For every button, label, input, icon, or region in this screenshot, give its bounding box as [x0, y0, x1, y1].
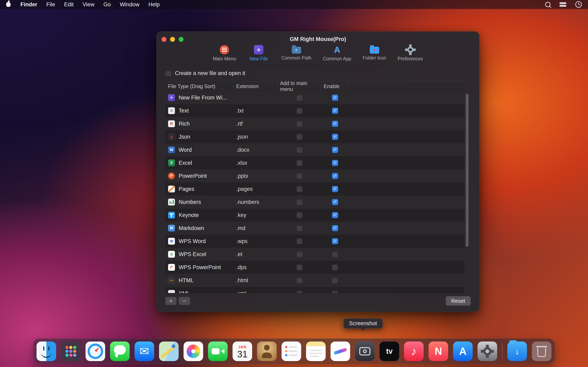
add-to-main-menu-checkbox[interactable]: [296, 225, 303, 231]
add-to-main-menu-checkbox[interactable]: [296, 290, 303, 293]
table-row[interactable]: Json .json: [165, 130, 465, 143]
extension-value: .pages: [234, 186, 278, 192]
add-file-type-button[interactable]: +: [165, 297, 177, 305]
table-row[interactable]: Rich .rtf: [165, 117, 465, 130]
table-row[interactable]: Numbers .numbers: [165, 196, 465, 209]
column-header-file-type[interactable]: File Type (Drag Sort): [165, 82, 234, 91]
notes-dock-icon[interactable]: [306, 342, 326, 361]
enable-checkbox[interactable]: [332, 134, 338, 140]
extension-value: .json: [234, 134, 278, 140]
system-settings-dock-icon[interactable]: [477, 342, 497, 361]
safari-dock-icon[interactable]: [86, 342, 105, 361]
column-header-enable[interactable]: Enable: [321, 82, 349, 91]
enable-checkbox[interactable]: [332, 290, 338, 293]
reset-button[interactable]: Reset: [446, 296, 471, 306]
enable-checkbox[interactable]: [332, 186, 338, 192]
add-to-main-menu-checkbox[interactable]: [296, 160, 303, 166]
apple-tv-dock-icon[interactable]: tv: [380, 342, 399, 361]
add-to-main-menu-checkbox[interactable]: [296, 95, 303, 101]
enable-checkbox[interactable]: [332, 277, 338, 284]
tab-new-file[interactable]: New File: [247, 43, 270, 62]
window-titlebar: GM Right Mouse(Pro): [156, 32, 479, 43]
tab-common-path[interactable]: Common Path: [281, 43, 311, 61]
calendar-dock-icon[interactable]: JAN 31: [233, 342, 252, 361]
launchpad-dock-icon[interactable]: [61, 342, 81, 361]
table-row[interactable]: Markdown .md: [165, 222, 465, 235]
table-row[interactable]: WPS PowerPoint .dps: [165, 261, 465, 274]
menubar-item[interactable]: Window: [120, 1, 139, 8]
tab-common-app[interactable]: Common App: [323, 43, 351, 62]
screenshot-dock-icon[interactable]: [355, 342, 375, 361]
spotlight-search-icon[interactable]: [545, 2, 550, 7]
enable-checkbox[interactable]: [332, 147, 338, 153]
finder-dock-icon[interactable]: [36, 342, 56, 361]
add-to-main-menu-checkbox[interactable]: [296, 251, 303, 257]
enable-checkbox[interactable]: [332, 251, 338, 257]
add-to-main-menu-checkbox[interactable]: [296, 199, 303, 205]
messages-dock-icon[interactable]: [110, 342, 130, 361]
freeform-dock-icon[interactable]: [330, 342, 350, 361]
menubar-item[interactable]: Go: [104, 1, 111, 8]
create-new-file-row[interactable]: Create a new file and open it: [165, 70, 245, 76]
maps-dock-icon[interactable]: [159, 342, 179, 361]
add-to-main-menu-checkbox[interactable]: [296, 173, 303, 179]
table-row[interactable]: Text .txt: [165, 104, 465, 117]
apple-menu-icon[interactable]: [6, 2, 11, 7]
mail-dock-icon[interactable]: ✉: [135, 342, 154, 361]
music-dock-icon[interactable]: ♪: [404, 342, 424, 361]
trash-dock-icon[interactable]: [532, 342, 552, 361]
add-to-main-menu-checkbox[interactable]: [296, 108, 303, 114]
menubar-item[interactable]: Edit: [64, 1, 74, 8]
table-row[interactable]: Keynote .key: [165, 209, 465, 222]
table-row[interactable]: Word .docx: [165, 143, 465, 156]
add-to-main-menu-checkbox[interactable]: [296, 134, 303, 140]
menubar-item[interactable]: File: [46, 1, 55, 8]
app-store-dock-icon[interactable]: A: [453, 342, 473, 361]
enable-checkbox[interactable]: [332, 121, 338, 127]
add-to-main-menu-checkbox[interactable]: [296, 147, 303, 153]
enable-checkbox[interactable]: [332, 238, 338, 244]
column-header-extension[interactable]: Extension: [234, 82, 278, 91]
enable-checkbox[interactable]: [332, 173, 338, 179]
table-row[interactable]: Excel .xlsx: [165, 156, 465, 169]
add-to-main-menu-checkbox[interactable]: [296, 277, 303, 284]
enable-checkbox[interactable]: [332, 108, 338, 114]
table-row[interactable]: New File From Wi...: [165, 91, 465, 104]
table-row[interactable]: WPS Word .wps: [165, 235, 465, 248]
reminders-dock-icon[interactable]: [282, 342, 301, 361]
menubar-item[interactable]: Help: [148, 1, 160, 8]
table-row[interactable]: XML .xml: [165, 287, 465, 293]
enable-checkbox[interactable]: [332, 225, 338, 231]
remove-file-type-button[interactable]: −: [179, 297, 190, 305]
enable-checkbox[interactable]: [332, 160, 338, 166]
clock-status-icon[interactable]: [575, 1, 582, 8]
enable-checkbox[interactable]: [332, 95, 338, 101]
photos-dock-icon[interactable]: [183, 342, 203, 361]
enable-checkbox[interactable]: [332, 199, 338, 205]
tab-folder-icon[interactable]: Folder Icon: [363, 43, 386, 61]
enable-checkbox[interactable]: [332, 264, 338, 270]
table-row[interactable]: Pages .pages: [165, 183, 465, 196]
table-row[interactable]: HTML .html: [165, 274, 465, 287]
menubar-item[interactable]: Finder: [20, 1, 37, 8]
facetime-dock-icon[interactable]: [208, 342, 228, 361]
contacts-dock-icon[interactable]: [257, 342, 277, 361]
menubar-item[interactable]: View: [83, 1, 95, 8]
add-to-main-menu-checkbox[interactable]: [296, 264, 303, 270]
downloads-dock-icon[interactable]: ↓: [507, 342, 527, 361]
file-type-name: Markdown: [179, 225, 204, 231]
tab-main-menu[interactable]: Main Menu: [213, 43, 236, 62]
add-to-main-menu-checkbox[interactable]: [296, 238, 303, 244]
scrollbar-thumb[interactable]: [466, 94, 468, 247]
table-row[interactable]: PowerPoint .pptx: [165, 169, 465, 183]
create-new-file-checkbox[interactable]: [165, 70, 171, 76]
add-to-main-menu-checkbox[interactable]: [296, 212, 303, 218]
add-to-main-menu-checkbox[interactable]: [296, 186, 303, 192]
tab-preferences[interactable]: Preferences: [398, 43, 423, 62]
column-header-add-to-main-menu[interactable]: Add to main menu: [278, 82, 321, 91]
table-row[interactable]: WPS Excel .et: [165, 248, 465, 261]
add-to-main-menu-checkbox[interactable]: [296, 121, 303, 127]
news-dock-icon[interactable]: N: [429, 342, 448, 361]
control-center-icon[interactable]: [559, 2, 566, 7]
enable-checkbox[interactable]: [332, 212, 338, 218]
